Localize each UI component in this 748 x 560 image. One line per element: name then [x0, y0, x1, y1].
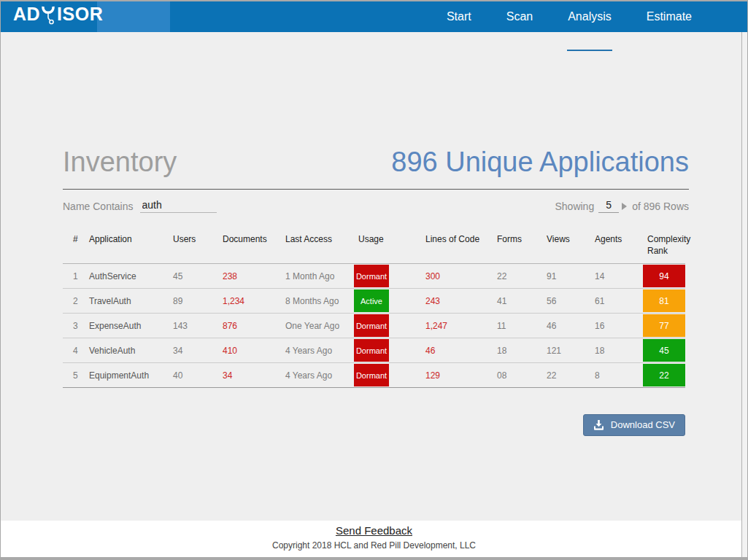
cell-documents: 238: [218, 264, 281, 289]
col-header-usage: Usage: [354, 230, 421, 264]
cell-views: 22: [542, 363, 590, 388]
col-header-application: Application: [85, 230, 169, 264]
cell-last-access: 4 Years Ago: [281, 338, 354, 363]
cell-num: 3: [63, 314, 85, 338]
cell-application: AuthService: [85, 264, 169, 289]
table-row: 1 AuthService 45 238 1 Month Ago Dormant…: [63, 264, 685, 289]
cell-application: ExpenseAuth: [85, 314, 169, 338]
cell-documents: 34: [218, 363, 281, 388]
app-footer: Send Feedback Copyright 2018 HCL and Red…: [1, 521, 747, 557]
cell-usage: Dormant: [354, 264, 421, 289]
title-divider: [63, 189, 689, 190]
col-header-complexity-rank: Complexity Rank: [643, 230, 685, 264]
cell-num: 2: [63, 289, 85, 314]
cell-users: 89: [169, 289, 218, 314]
cell-agents: 16: [590, 314, 643, 338]
table-row: 5 EquipmentAuth 40 34 4 Years Ago Dorman…: [63, 363, 685, 388]
cell-application: TravelAuth: [85, 289, 169, 314]
cell-num: 1: [63, 264, 85, 289]
stethoscope-icon: [40, 5, 57, 28]
usage-badge: Dormant: [354, 339, 389, 362]
logo-text-pre: AD: [13, 5, 40, 23]
tab-scan[interactable]: Scan: [489, 1, 550, 32]
tab-estimate[interactable]: Estimate: [629, 1, 709, 32]
cell-users: 143: [169, 314, 218, 338]
page-subtitle: 896 Unique Applications: [391, 147, 689, 178]
next-page-icon[interactable]: [622, 203, 627, 210]
cell-lines-of-code: 129: [421, 363, 493, 388]
usage-badge: Dormant: [354, 265, 389, 287]
cell-views: 46: [542, 314, 590, 338]
cell-usage: Dormant: [354, 314, 421, 338]
col-header-lines-of-code: Lines of Code: [421, 230, 493, 264]
cell-forms: 18: [493, 338, 542, 363]
cell-views: 91: [542, 264, 590, 289]
header-accent-block: [97, 1, 170, 32]
filter-row: Name Contains Showing 5 of 896 Rows: [63, 199, 689, 213]
cell-application: EquipmentAuth: [85, 363, 169, 388]
cell-lines-of-code: 46: [421, 338, 493, 363]
cell-users: 34: [169, 338, 218, 363]
app-header: AD ISOR Start Scan Analysis Estimate: [1, 1, 747, 32]
cell-views: 121: [542, 338, 590, 363]
cell-agents: 61: [590, 289, 643, 314]
cell-users: 40: [169, 363, 218, 388]
main-nav: Start Scan Analysis Estimate: [429, 1, 709, 32]
col-header-forms: Forms: [493, 230, 542, 264]
page-title: Inventory: [63, 147, 177, 178]
download-csv-button[interactable]: Download CSV: [583, 414, 685, 436]
cell-last-access: 1 Month Ago: [281, 264, 354, 289]
cell-agents: 14: [590, 264, 643, 289]
pager: Showing 5 of 896 Rows: [555, 199, 689, 213]
cell-num: 5: [63, 363, 85, 388]
cell-users: 45: [169, 264, 218, 289]
logo-text-post: ISOR: [57, 5, 103, 23]
download-csv-label: Download CSV: [611, 419, 675, 430]
col-header-agents: Agents: [590, 230, 643, 264]
showing-label: Showing: [555, 201, 594, 212]
complexity-rank-badge: 94: [643, 265, 685, 287]
cell-lines-of-code: 243: [421, 289, 493, 314]
cell-agents: 18: [590, 338, 643, 363]
tab-analysis[interactable]: Analysis: [550, 1, 629, 32]
cell-agents: 8: [590, 363, 643, 388]
col-header-last-access: Last Access: [281, 230, 354, 264]
cell-last-access: 8 Months Ago: [281, 289, 354, 314]
tab-start[interactable]: Start: [429, 1, 489, 32]
cell-documents: 876: [218, 314, 281, 338]
cell-usage: Active: [354, 289, 421, 314]
col-header-num: #: [63, 230, 85, 264]
complexity-rank-badge: 45: [643, 339, 685, 362]
cell-lines-of-code: 300: [421, 264, 493, 289]
inventory-table: # Application Users Documents Last Acces…: [63, 230, 685, 388]
cell-num: 4: [63, 338, 85, 363]
rows-visible-input[interactable]: 5: [598, 199, 619, 213]
cell-last-access: 4 Years Ago: [281, 363, 354, 388]
cell-lines-of-code: 1,247: [421, 314, 493, 338]
copyright-text: Copyright 2018 HCL and Red Pill Developm…: [1, 540, 747, 551]
name-filter-input[interactable]: [140, 199, 217, 213]
cell-complexity-rank: 45: [643, 338, 685, 363]
table-row: 3 ExpenseAuth 143 876 One Year Ago Dorma…: [63, 314, 685, 338]
cell-forms: 08: [493, 363, 542, 388]
title-row: Inventory 896 Unique Applications: [63, 147, 689, 178]
usage-badge: Dormant: [354, 364, 389, 386]
col-header-users: Users: [169, 230, 218, 264]
cell-complexity-rank: 22: [643, 363, 685, 388]
table-row: 2 TravelAuth 89 1,234 8 Months Ago Activ…: [63, 289, 685, 314]
cell-documents: 410: [218, 338, 281, 363]
cell-views: 56: [542, 289, 590, 314]
send-feedback-link[interactable]: Send Feedback: [336, 524, 412, 537]
table-row: 4 VehicleAuth 34 410 4 Years Ago Dormant…: [63, 338, 685, 363]
download-icon: [593, 420, 604, 430]
complexity-rank-badge: 81: [643, 289, 685, 312]
cell-last-access: One Year Ago: [281, 314, 354, 338]
col-header-documents: Documents: [218, 230, 281, 264]
cell-complexity-rank: 94: [643, 264, 685, 289]
cell-forms: 11: [493, 314, 542, 338]
cell-usage: Dormant: [354, 363, 421, 388]
usage-badge: Active: [354, 289, 389, 312]
cell-usage: Dormant: [354, 338, 421, 363]
complexity-rank-badge: 22: [643, 364, 685, 386]
vertical-scrollbar[interactable]: [741, 32, 747, 557]
